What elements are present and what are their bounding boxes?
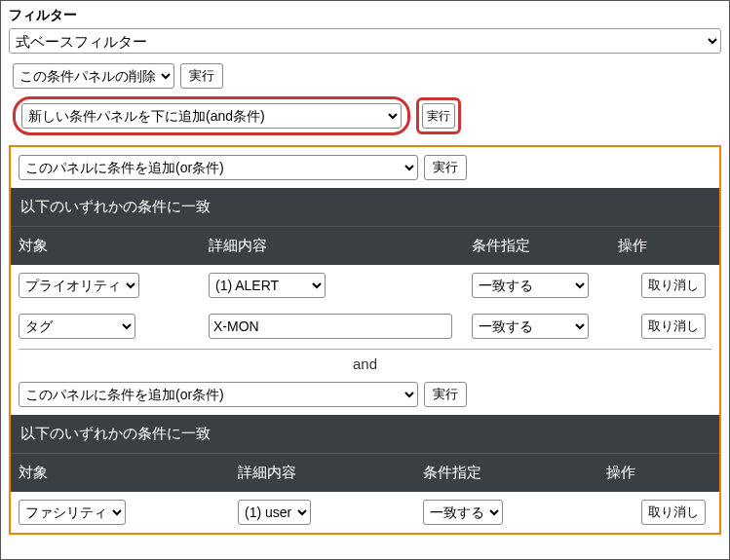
add-condition-select-2[interactable]: このパネルに条件を追加(or条件) (19, 382, 418, 407)
detail-input[interactable] (209, 314, 452, 339)
target-select[interactable]: プライオリティ (19, 273, 139, 298)
add-panel-exec-button[interactable]: 実行 (422, 103, 455, 129)
highlight-add-panel-select: 新しい条件パネルを下に追加(and条件) (13, 96, 410, 135)
filter-panel: フィルター 式ベースフィルター この条件パネルの削除 実行 新しい条件パネルを下… (0, 0, 730, 560)
condition-panels-wrapper: このパネルに条件を追加(or条件) 実行 以下のいずれかの条件に一致 対象 詳細… (9, 145, 721, 535)
column-headers-2: 対象 詳細内容 条件指定 操作 (11, 453, 719, 492)
highlight-add-panel-exec: 実行 (416, 97, 461, 134)
col-detail: 詳細内容 (209, 237, 472, 255)
column-headers-1: 対象 詳細内容 条件指定 操作 (11, 226, 719, 265)
filter-label: フィルター (9, 7, 721, 24)
match-header-1: 以下のいずれかの条件に一致 (11, 188, 719, 226)
add-panel-row: 新しい条件パネルを下に追加(and条件) 実行 (9, 96, 721, 135)
add-condition-exec-2[interactable]: 実行 (424, 382, 467, 407)
col-condition: 条件指定 (472, 237, 618, 255)
col-target: 対象 (19, 237, 209, 255)
add-condition-select-1[interactable]: このパネルに条件を追加(or条件) (19, 155, 418, 180)
col-operation: 操作 (618, 237, 711, 255)
condition-select[interactable]: 一致する (472, 314, 589, 339)
detail-select[interactable]: (1) ALERT (209, 273, 326, 298)
panel-delete-exec-button[interactable]: 実行 (180, 63, 223, 89)
match-header-2: 以下のいずれかの条件に一致 (11, 415, 719, 453)
target-select[interactable]: タグ (19, 314, 135, 339)
condition-select[interactable]: 一致する (472, 273, 589, 298)
cancel-button[interactable]: 取り消し (641, 273, 706, 298)
cancel-button[interactable]: 取り消し (641, 500, 706, 525)
condition-row: プライオリティ (1) ALERT 一致する 取り消し (11, 265, 719, 306)
condition-select[interactable]: 一致する (423, 500, 503, 525)
condition-row: タグ 一致する 取り消し (11, 306, 719, 347)
col-condition: 条件指定 (423, 464, 606, 482)
detail-select[interactable]: (1) user (238, 500, 311, 525)
panel-delete-select[interactable]: この条件パネルの削除 (13, 63, 174, 89)
cancel-button[interactable]: 取り消し (641, 314, 706, 339)
col-detail: 詳細内容 (238, 464, 423, 482)
add-condition-exec-1[interactable]: 実行 (424, 155, 467, 180)
col-operation: 操作 (606, 464, 711, 482)
target-select[interactable]: ファシリティ (19, 500, 126, 525)
condition-row: ファシリティ (1) user 一致する 取り消し (11, 492, 719, 533)
and-separator: and (11, 350, 719, 374)
filter-type-select[interactable]: 式ベースフィルター (9, 28, 721, 54)
add-panel-select[interactable]: 新しい条件パネルを下に追加(and条件) (21, 103, 402, 129)
col-target: 対象 (19, 464, 238, 482)
